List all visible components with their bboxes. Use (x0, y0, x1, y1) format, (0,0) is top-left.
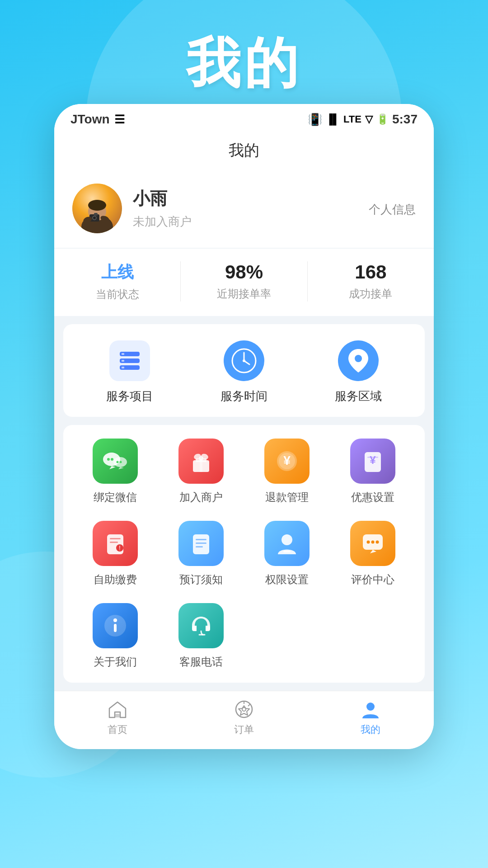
customer-service-label: 客服电话 (179, 655, 223, 669)
permission-label: 权限设置 (265, 572, 309, 587)
menu-grid: 绑定微信 加入商户 (72, 439, 416, 669)
discount-label: 优惠设置 (351, 490, 394, 505)
stats-section: 上线 当前状态 98% 近期接单率 168 成功接单 (54, 249, 434, 316)
nav-title: 我的 (54, 132, 434, 171)
tab-bar: 首页 订单 我的 (54, 691, 434, 749)
svg-point-24 (111, 458, 113, 461)
app-name-label: JTown (70, 112, 110, 127)
svg-rect-48 (196, 546, 203, 547)
permission-icon (264, 521, 310, 566)
tab-home[interactable]: 首页 (54, 699, 181, 736)
svg-point-23 (107, 458, 110, 461)
tab-profile[interactable]: 我的 (307, 699, 434, 736)
stat-status: 上线 当前状态 (54, 261, 181, 302)
svg-rect-41 (110, 538, 121, 539)
service-projects-icon (109, 340, 150, 381)
svg-point-20 (243, 359, 245, 362)
service-area-label: 服务区域 (335, 388, 382, 404)
customer-service-icon (178, 603, 224, 648)
service-time-icon (224, 340, 264, 381)
about-us-label: 关于我们 (94, 655, 137, 669)
join-merchant-label: 加入商户 (179, 490, 223, 505)
service-item-area[interactable]: 服务区域 (335, 340, 382, 404)
service-section: 服务项目 服务时间 服务区域 (63, 324, 425, 417)
tab-orders-label: 订单 (234, 723, 254, 736)
tab-home-label: 首页 (108, 723, 127, 736)
menu-item-self-payment[interactable]: ! 自助缴费 (72, 521, 158, 587)
menu-item-about[interactable]: i 关于我们 (72, 603, 158, 669)
svg-rect-15 (122, 360, 124, 362)
service-area-icon (338, 340, 379, 381)
orders-icon (234, 699, 254, 719)
home-icon (108, 699, 127, 719)
antenna-icon: ☰ (114, 113, 125, 127)
time-display: 5:37 (392, 112, 418, 127)
profile-icon (361, 699, 380, 719)
svg-point-8 (93, 217, 96, 219)
svg-line-66 (248, 704, 250, 706)
stat-status-value: 上线 (54, 261, 180, 283)
svg-point-49 (282, 534, 292, 545)
stat-rate: 98% 近期接单率 (181, 261, 307, 302)
bind-wechat-icon (93, 439, 138, 484)
background-title: 我的 (0, 27, 488, 101)
svg-text:¥: ¥ (370, 454, 376, 466)
stat-orders: 168 成功接单 (308, 261, 434, 302)
svg-point-54 (376, 541, 379, 544)
menu-item-customer-service[interactable]: 客服电话 (158, 603, 244, 669)
wifi-icon: ▽ (365, 113, 373, 125)
svg-rect-62 (115, 714, 120, 717)
svg-rect-46 (196, 539, 206, 540)
menu-item-booking[interactable]: 预订须知 (158, 521, 244, 587)
menu-item-bind-wechat[interactable]: 绑定微信 (72, 439, 158, 505)
svg-rect-33 (200, 460, 202, 472)
svg-rect-50 (283, 551, 291, 552)
menu-item-review[interactable]: 评价中心 (330, 521, 416, 587)
stat-orders-value: 168 (308, 261, 434, 283)
stat-orders-label: 成功接单 (308, 287, 434, 301)
svg-point-26 (117, 461, 119, 463)
profile-link[interactable]: 个人信息 (369, 202, 416, 217)
refund-label: 退款管理 (265, 490, 309, 505)
status-bar: JTown ☰ 📳 ▐▌ LTE ▽ 🔋 5:37 (54, 104, 434, 132)
svg-point-52 (367, 541, 370, 544)
menu-item-discount[interactable]: ¥ 优惠设置 (330, 439, 416, 505)
refund-icon: ¥ (264, 439, 310, 484)
svg-rect-47 (196, 542, 206, 544)
svg-rect-60 (206, 626, 210, 631)
svg-rect-57 (114, 624, 117, 632)
menu-item-permission[interactable]: 权限设置 (244, 521, 330, 587)
svg-point-67 (366, 703, 375, 711)
bind-wechat-label: 绑定微信 (94, 490, 137, 505)
stat-status-label: 当前状态 (54, 287, 180, 302)
svg-point-32 (199, 456, 203, 461)
self-payment-icon: ! (93, 521, 138, 566)
service-time-label: 服务时间 (221, 388, 267, 404)
menu-item-refund[interactable]: ¥ 退款管理 (244, 439, 330, 505)
lte-icon: LTE (343, 113, 361, 125)
service-item-projects[interactable]: 服务项目 (106, 340, 153, 404)
avatar (72, 184, 122, 233)
svg-point-53 (371, 541, 375, 544)
booking-notice-icon (178, 521, 224, 566)
service-projects-label: 服务项目 (106, 388, 153, 404)
menu-item-join-merchant[interactable]: 加入商户 (158, 439, 244, 505)
review-icon (350, 521, 395, 566)
signal-icon: ▐▌ (326, 113, 340, 125)
svg-rect-14 (122, 353, 124, 355)
tab-orders[interactable]: 订单 (181, 699, 307, 736)
profile-section: 小雨 未加入商户 个人信息 (54, 171, 434, 248)
about-us-icon: i (93, 603, 138, 648)
svg-rect-39 (367, 457, 378, 458)
booking-notice-label: 预订须知 (179, 572, 223, 587)
tab-profile-label: 我的 (361, 723, 380, 736)
svg-rect-45 (193, 534, 209, 554)
discount-icon: ¥ (350, 439, 395, 484)
join-merchant-icon (178, 439, 224, 484)
stat-rate-value: 98% (181, 261, 307, 283)
svg-point-58 (113, 618, 117, 622)
service-item-time[interactable]: 服务时间 (221, 340, 267, 404)
battery-icon: 🔋 (376, 113, 389, 125)
self-payment-label: 自助缴费 (94, 572, 137, 587)
svg-rect-42 (110, 542, 118, 543)
